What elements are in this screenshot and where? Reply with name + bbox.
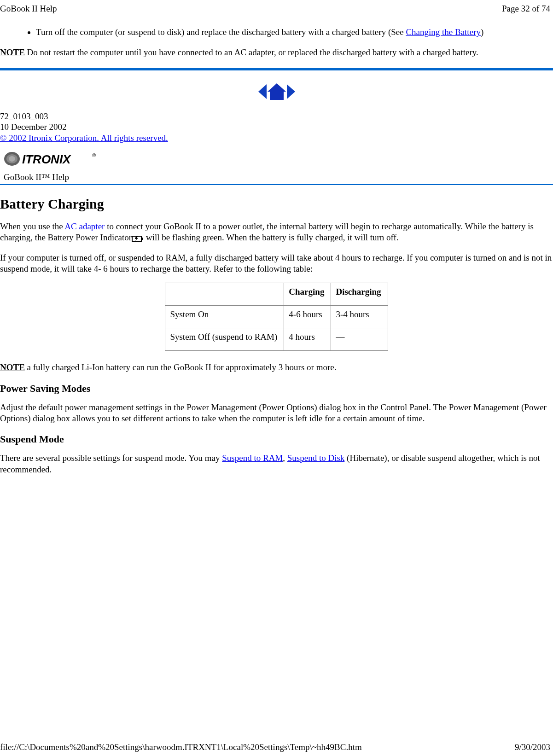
table-cell: 4 hours xyxy=(284,328,331,351)
table-cell: — xyxy=(331,328,388,351)
header-left: GoBook II Help xyxy=(0,4,57,14)
nav-icons xyxy=(0,81,553,103)
para-recharge: If your computer is turned off, or suspe… xyxy=(0,252,553,275)
table-cell: System On xyxy=(165,306,284,328)
bullet-list: Turn off the computer (or suspend to dis… xyxy=(22,27,553,38)
para1-after: will be flashing green. When the battery… xyxy=(144,233,399,242)
table-cell: System Off (suspend to RAM) xyxy=(165,328,284,351)
para-ac-adapter: When you use the AC adapter to connect y… xyxy=(0,221,553,244)
table-header-charging: Charging xyxy=(284,283,331,306)
help-title: GoBook II™ Help xyxy=(4,172,553,182)
header-right: Page 32 of 74 xyxy=(502,4,550,14)
svg-marker-0 xyxy=(258,84,267,99)
svg-marker-2 xyxy=(287,84,295,99)
table-header-empty xyxy=(165,283,284,306)
next-arrow-icon[interactable] xyxy=(287,84,295,99)
svg-text:ITRONIX: ITRONIX xyxy=(22,152,71,166)
suspend-mode-title: Suspend Mode xyxy=(0,433,553,445)
battery-indicator-icon xyxy=(132,233,144,244)
ac-adapter-link[interactable]: AC adapter xyxy=(64,221,105,231)
note-label: NOTE xyxy=(0,47,25,57)
note-text: Do not restart the computer until you ha… xyxy=(25,47,478,57)
note2-label: NOTE xyxy=(0,362,25,372)
divider-thick xyxy=(0,68,553,70)
prev-arrow-icon[interactable] xyxy=(258,84,267,99)
table-header-discharging: Discharging xyxy=(331,283,388,306)
power-saving-para: Adjust the default power management sett… xyxy=(0,402,553,425)
section-title: Battery Charging xyxy=(0,196,553,212)
page-header: GoBook II Help Page 32 of 74 xyxy=(0,0,553,14)
suspend-mode-para: There are several possible settings for … xyxy=(0,453,553,475)
doc-date: 10 December 2002 xyxy=(0,122,553,133)
svg-marker-10 xyxy=(135,237,138,241)
page-footer: file://C:\Documents%20and%20Settings\har… xyxy=(0,742,550,752)
divider-thin xyxy=(0,184,553,185)
bullet-text-before: Turn off the computer (or suspend to dis… xyxy=(36,27,406,37)
doc-id: 72_0103_003 xyxy=(0,111,553,122)
power-saving-title: Power Saving Modes xyxy=(0,383,553,395)
doc-meta: 72_0103_003 10 December 2002 © 2002 Itro… xyxy=(0,111,553,144)
table-cell: 3-4 hours xyxy=(331,306,388,328)
changing-battery-link[interactable]: Changing the Battery xyxy=(406,27,481,37)
note2-paragraph: NOTE a fully charged Li-Ion battery can … xyxy=(0,362,553,373)
list-item: Turn off the computer (or suspend to dis… xyxy=(36,27,553,38)
table-row: System On 4-6 hours 3-4 hours xyxy=(165,306,388,328)
svg-marker-1 xyxy=(268,83,286,100)
note2-text: a fully charged Li-Ion battery can run t… xyxy=(25,362,337,372)
suspend-to-disk-link[interactable]: Suspend to Disk xyxy=(287,453,345,463)
copyright-link[interactable]: © 2002 Itronix Corporation. All rights r… xyxy=(0,133,168,143)
suspend-to-ram-link[interactable]: Suspend to RAM xyxy=(222,453,283,463)
table-header-row: Charging Discharging xyxy=(165,283,388,306)
note-paragraph: NOTE Do not restart the computer until y… xyxy=(0,47,553,58)
svg-text:®: ® xyxy=(92,152,96,158)
itronix-logo: ITRONIX ® xyxy=(4,149,553,169)
charging-table: Charging Discharging System On 4-6 hours… xyxy=(165,283,388,351)
svg-point-5 xyxy=(9,156,15,162)
sub2-before: There are several possible settings for … xyxy=(0,453,222,463)
svg-rect-9 xyxy=(141,238,143,240)
para1-before: When you use the xyxy=(0,221,64,231)
footer-date: 9/30/2003 xyxy=(515,742,550,752)
footer-path: file://C:\Documents%20and%20Settings\har… xyxy=(0,742,362,752)
bullet-text-after: ) xyxy=(481,27,483,37)
sub2-between: , xyxy=(283,453,287,463)
home-icon[interactable] xyxy=(268,83,286,100)
table-cell: 4-6 hours xyxy=(284,306,331,328)
table-row: System Off (suspend to RAM) 4 hours — xyxy=(165,328,388,351)
